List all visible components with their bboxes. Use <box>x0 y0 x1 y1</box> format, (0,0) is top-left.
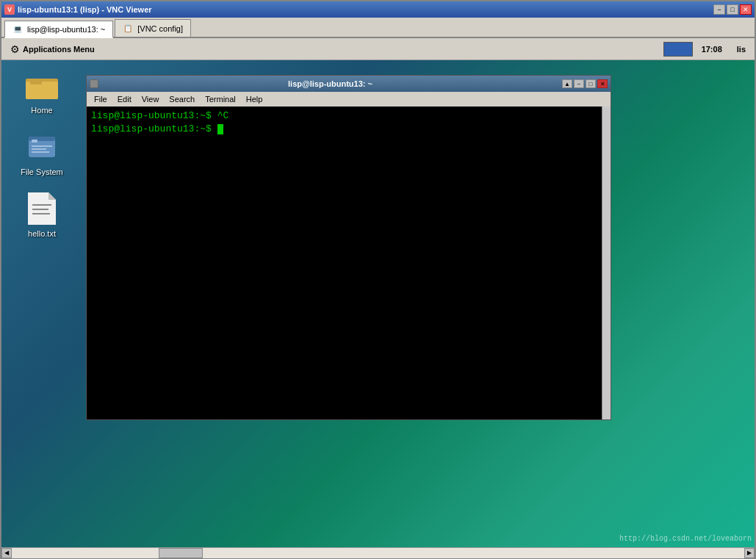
tab-vnc-config[interactable]: 📋 [VNC config] <box>115 19 191 37</box>
svg-rect-6 <box>32 145 52 147</box>
terminal-maximize-button[interactable]: □ <box>586 79 596 88</box>
svg-rect-12 <box>32 209 48 210</box>
terminal-menu-view[interactable]: View <box>137 92 164 107</box>
desktop-icons: Home File System <box>16 68 68 238</box>
svg-rect-2 <box>30 79 42 84</box>
terminal-menu-help[interactable]: Help <box>242 92 267 107</box>
vnc-icon: V <box>4 4 15 15</box>
tab-terminal[interactable]: 💻 lisp@lisp-ubuntu13: ~ <box>4 21 113 38</box>
terminal-minimize-button[interactable]: − <box>574 79 584 88</box>
terminal-titlebar: lisp@lisp-ubuntu13: ~ ▲ − □ ✕ <box>87 76 611 92</box>
applications-menu-button[interactable]: ⚙ Applications Menu <box>4 41 101 57</box>
title-bar: V lisp-ubuntu13:1 (lisp) - VNC Viewer − … <box>1 1 755 18</box>
vnc-viewer-window: V lisp-ubuntu13:1 (lisp) - VNC Viewer − … <box>0 0 756 559</box>
terminal-menu-file[interactable]: File <box>90 92 112 107</box>
hello-txt-icon[interactable]: hello.txt <box>16 191 68 238</box>
toolbar-right: 17:08 lis <box>663 42 752 57</box>
minimize-button[interactable]: − <box>713 4 725 15</box>
scroll-left-button[interactable]: ◀ <box>1 548 12 558</box>
file-system-icon[interactable]: File System <box>16 129 68 176</box>
terminal-menu-search[interactable]: Search <box>165 92 199 107</box>
window-title: lisp-ubuntu13:1 (lisp) - VNC Viewer <box>18 5 152 14</box>
vnc-config-tab-icon: 📋 <box>123 24 133 34</box>
terminal-menu-terminal[interactable]: Terminal <box>201 92 240 107</box>
display-indicator <box>663 42 693 57</box>
close-button[interactable]: ✕ <box>740 4 752 15</box>
home-folder-image <box>24 68 60 103</box>
svg-rect-5 <box>32 140 37 143</box>
applications-menu-label: Applications Menu <box>23 45 95 54</box>
terminal-tab-label: lisp@lisp-ubuntu13: ~ <box>27 25 105 34</box>
horizontal-scrollbar: ◀ ▶ <box>1 547 755 558</box>
terminal-menubar: File Edit View Search Terminal Help <box>87 92 611 107</box>
clock: 17:08 <box>696 45 728 54</box>
hello-txt-label: hello.txt <box>28 229 56 238</box>
terminal-cursor <box>217 124 223 134</box>
svg-rect-8 <box>32 151 49 153</box>
vnc-config-tab-label: [VNC config] <box>137 24 183 33</box>
scroll-right-button[interactable]: ▶ <box>744 548 755 558</box>
terminal-line-1: lisp@lisp-ubuntu13:~$ ^C <box>91 109 606 123</box>
terminal-tab-icon: 💻 <box>12 24 23 35</box>
system-user: lis <box>731 45 752 54</box>
scrollbar-thumb[interactable] <box>159 548 203 558</box>
svg-rect-1 <box>26 82 58 99</box>
terminal-line-2: lisp@lisp-ubuntu13:~$ <box>91 123 606 136</box>
hello-txt-image <box>24 191 60 226</box>
applications-menu-icon: ⚙ <box>10 43 20 55</box>
taskbar: ⚙ Applications Menu 17:08 lis <box>1 38 755 60</box>
terminal-window-title: lisp@lisp-ubuntu13: ~ <box>98 79 562 88</box>
tab-bar: 💻 lisp@lisp-ubuntu13: ~ 📋 [VNC config] <box>1 18 755 38</box>
svg-rect-13 <box>32 213 50 214</box>
terminal-window-controls: ▲ − □ ✕ <box>562 79 608 88</box>
file-system-label: File System <box>21 167 62 176</box>
svg-marker-10 <box>48 192 56 200</box>
terminal-menu-edit[interactable]: Edit <box>113 92 136 107</box>
terminal-window: lisp@lisp-ubuntu13: ~ ▲ − □ ✕ File Edit … <box>86 75 611 420</box>
svg-rect-11 <box>32 204 51 206</box>
terminal-window-icon-area <box>90 79 98 88</box>
window-controls: − □ ✕ <box>713 4 752 15</box>
terminal-body[interactable]: lisp@lisp-ubuntu13:~$ ^C lisp@lisp-ubunt… <box>87 107 611 419</box>
file-system-image <box>24 129 60 165</box>
watermark: http://blog.csdn.net/loveaborn <box>619 535 752 543</box>
terminal-app-icon <box>90 79 98 88</box>
terminal-scrollbar[interactable] <box>602 107 611 419</box>
svg-rect-7 <box>32 148 46 150</box>
desktop: Home File System <box>1 60 755 547</box>
home-folder-icon[interactable]: Home <box>16 68 68 115</box>
terminal-roll-up-button[interactable]: ▲ <box>562 79 572 88</box>
title-bar-left: V lisp-ubuntu13:1 (lisp) - VNC Viewer <box>4 4 152 15</box>
terminal-close-button[interactable]: ✕ <box>597 79 608 88</box>
home-folder-label: Home <box>31 106 52 115</box>
maximize-button[interactable]: □ <box>727 4 738 15</box>
scrollbar-track[interactable] <box>12 548 744 558</box>
